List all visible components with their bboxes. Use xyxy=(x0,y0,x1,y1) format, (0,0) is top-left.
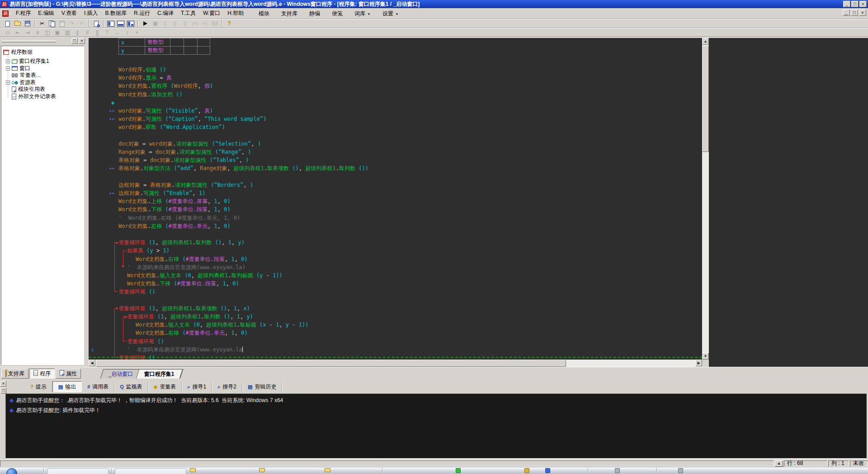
menu-item-便笺[interactable]: 便笺 xyxy=(330,9,344,19)
variable-row[interactable]: y整数型 xyxy=(119,47,210,55)
menu-item-静编[interactable]: 静编 xyxy=(307,9,322,19)
code-line[interactable]: word对象.获取 (“Word.Application”) xyxy=(118,123,225,131)
align-tops-icon[interactable]: ≡ xyxy=(33,28,42,36)
output-console[interactable]: ◆.易语言助手提醒您： .易语言助手加载完毕！ ，智能编译开启成功！ 当前易版本… xyxy=(5,393,867,459)
window-maximize-button[interactable]: □ xyxy=(851,1,859,7)
tree-item-窗口[interactable]: +窗口 xyxy=(6,65,30,72)
panel-float-button[interactable]: □ xyxy=(0,388,6,393)
open-file-icon[interactable] xyxy=(13,20,22,28)
menu-item-E.编辑[interactable]: E.编辑 xyxy=(34,8,57,19)
tab-支持库[interactable]: 支持库 xyxy=(1,369,28,379)
code-line[interactable]: Word文档集.右移 (#度量单位.单元, 1, 0) xyxy=(136,329,248,337)
new-file-icon[interactable] xyxy=(3,20,12,28)
tab-输出[interactable]: ▤输出 xyxy=(52,381,82,392)
tree-item-外部文件记录表[interactable]: 外部文件记录表 xyxy=(6,93,56,100)
variable-empty-cell[interactable] xyxy=(170,38,184,47)
menu-item-模块[interactable]: 模块 xyxy=(257,9,271,19)
expand-icon[interactable]: + xyxy=(6,81,10,85)
tab-提示[interactable]: ?提示 xyxy=(25,381,52,392)
mdi-minimize-button[interactable]: _ xyxy=(843,9,850,16)
taskbar-window-button[interactable] xyxy=(115,468,186,474)
copy-icon[interactable] xyxy=(47,20,57,28)
menu-item-R.运行[interactable]: R.运行 xyxy=(130,8,154,19)
tab-剪辑历史[interactable]: ▤剪辑历史 xyxy=(242,381,282,392)
menu-item-T.工具[interactable]: T.工具 xyxy=(177,8,199,19)
same-vertical-icon[interactable]: ↕ xyxy=(123,28,132,36)
variable-type-cell[interactable]: 整数型 xyxy=(145,38,170,47)
code-line[interactable]: ' Word文档集.右移 (#度量单位.单元, 1, 0) xyxy=(118,214,240,222)
tree-item-程序数据[interactable]: 程序数据 xyxy=(3,49,33,56)
code-line[interactable]: Word文档集.下移 (#度量单位.段落, 1, 0) xyxy=(127,280,239,288)
scroll-up-button[interactable]: ▲ xyxy=(702,38,709,45)
code-line[interactable]: 表格对象 = doc对象.读对象型属性 (“Tables”, ) xyxy=(118,156,249,164)
same-width-icon[interactable]: ▥ xyxy=(63,28,72,36)
horizontal-scroll-thumb[interactable] xyxy=(96,360,566,367)
code-line[interactable]: Range对象 = doc对象.读对象型属性 (“Range”, ) xyxy=(118,148,251,156)
code-line[interactable]: Word程序.显示 = 真 xyxy=(118,74,172,82)
code-line[interactable]: 边框对象 = 表格对象.读对象型属性 (“Borders”, ) xyxy=(118,181,253,189)
tree-item-资源表[interactable]: +资源表 xyxy=(6,79,36,86)
code-line[interactable]: word对象.写属性 (“Caption”, “This word sample… xyxy=(118,115,266,123)
taskbar-app-icon-blue[interactable] xyxy=(545,468,550,473)
find-icon[interactable] xyxy=(92,20,101,28)
window-close-button[interactable]: × xyxy=(859,1,867,7)
tree-item-模块引用表[interactable]: 模块引用表 xyxy=(6,86,45,93)
help-icon[interactable]: ? xyxy=(225,20,234,28)
scroll-down-button[interactable]: ▼ xyxy=(702,353,709,360)
grid-snap-icon[interactable]: # xyxy=(83,28,92,36)
panel-close-button[interactable]: × xyxy=(79,38,85,44)
menu-item-F.程序[interactable]: F.程序 xyxy=(12,8,34,19)
panel-close-button[interactable]: × xyxy=(0,381,6,387)
save-icon[interactable] xyxy=(23,20,32,28)
expand-icon[interactable]: + xyxy=(6,59,10,63)
variable-name-cell[interactable]: x xyxy=(119,38,145,47)
align-window-icon[interactable]: ▭ xyxy=(3,28,12,36)
tab-搜寻2[interactable]: ⌕搜寻2 xyxy=(212,381,242,392)
taskbar-folder-icon[interactable] xyxy=(325,468,330,472)
center-both-icon[interactable]: + xyxy=(132,28,142,36)
vertical-scroll-thumb[interactable] xyxy=(702,45,709,152)
taskbar-folder-icon[interactable] xyxy=(259,468,265,472)
editor-tab-窗口程序集1[interactable]: 窗口程序集1 xyxy=(136,369,183,379)
code-line[interactable]: 边框对象.写属性 (“Enable”, 1) xyxy=(118,189,205,197)
variable-type-cell[interactable]: 整数型 xyxy=(145,47,170,55)
bring-front-icon[interactable]: ][ xyxy=(93,28,102,36)
code-line[interactable]: Word文档集.左移 (#度量单位.单元, 1, 0) xyxy=(118,222,231,230)
code-line[interactable]: Word程序.创建 () xyxy=(118,66,166,74)
menu-item-词库[interactable]: 词库▼ xyxy=(353,9,373,19)
mdi-maximize-button[interactable]: □ xyxy=(851,9,858,16)
scroll-right-button[interactable]: ▶ xyxy=(695,360,702,366)
taskbar-folder-icon[interactable] xyxy=(190,468,196,472)
code-line[interactable]: 变量循环首 (1, 超级列表框1.取列数 (), 1, y) xyxy=(127,313,253,321)
layout-grid-icon[interactable] xyxy=(126,20,135,28)
menu-item-W.窗口[interactable]: W.窗口 xyxy=(199,8,224,19)
status-scroll-up-button[interactable]: ▲ xyxy=(775,460,783,467)
tree-item-常量表...[interactable]: 常量表... xyxy=(6,72,41,79)
menu-item-I.插入[interactable]: I.插入 xyxy=(80,8,102,19)
variable-empty-cell[interactable] xyxy=(198,47,210,55)
panel-float-button[interactable]: □ xyxy=(71,38,78,44)
variable-row[interactable]: x整数型 xyxy=(119,38,210,47)
tab-程序[interactable]: 程序 xyxy=(29,369,55,379)
same-size-icon[interactable]: ▣ xyxy=(53,28,62,36)
code-line[interactable]: ' 本源码来自易语言资源网(www.eyuyan.la) xyxy=(127,263,245,271)
mdi-close-button[interactable]: × xyxy=(859,9,866,16)
code-line[interactable]: Word文档集.下移 (#度量单位.段落, 1, 0) xyxy=(118,205,231,213)
window-minimize-button[interactable]: _ xyxy=(843,1,850,7)
menu-item-H.帮助[interactable]: H.帮助 xyxy=(224,8,247,19)
tab-监视表[interactable]: Q监视表 xyxy=(114,381,148,392)
send-back-icon[interactable]: ⊤ xyxy=(103,28,112,36)
align-left-edge-icon[interactable]: ⇤ xyxy=(13,28,22,36)
code-line[interactable]: 变量循环尾 () xyxy=(127,337,164,346)
code-line[interactable]: ' 本源码来自易语言资源网(www.eyuyan.la xyxy=(127,346,243,354)
layout-left-icon[interactable] xyxy=(106,20,115,28)
align-right-edge-icon[interactable]: ⇥ xyxy=(23,28,32,36)
scroll-left-button[interactable]: ◀ xyxy=(89,360,95,366)
variable-empty-cell[interactable] xyxy=(170,47,184,55)
run-icon[interactable] xyxy=(141,20,150,28)
variable-empty-cell[interactable] xyxy=(184,47,198,55)
same-horizontal-icon[interactable]: ↔ xyxy=(113,28,122,36)
taskbar-app-icon-gray[interactable] xyxy=(678,468,683,473)
editor-vertical-scrollbar[interactable]: ▲ ▼ xyxy=(702,38,709,360)
menu-item-V.查看[interactable]: V.查看 xyxy=(58,8,80,19)
